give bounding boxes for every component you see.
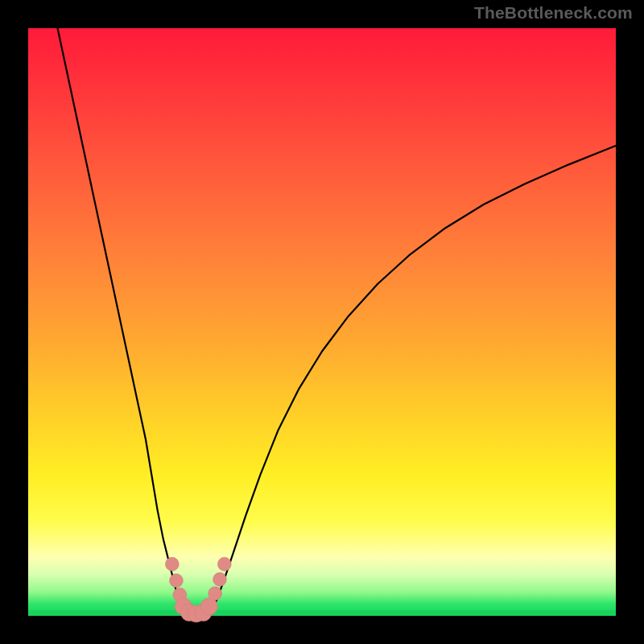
curve-marker <box>217 557 231 571</box>
curve-marker <box>165 557 179 571</box>
watermark-text: TheBottleneck.com <box>474 3 633 23</box>
curve-marker <box>208 587 222 601</box>
curve-marker <box>213 572 227 586</box>
chart-frame: TheBottleneck.com <box>0 0 644 644</box>
curve-marker <box>170 574 184 588</box>
curve-layer <box>28 28 616 616</box>
bottleneck-curve <box>58 28 617 614</box>
